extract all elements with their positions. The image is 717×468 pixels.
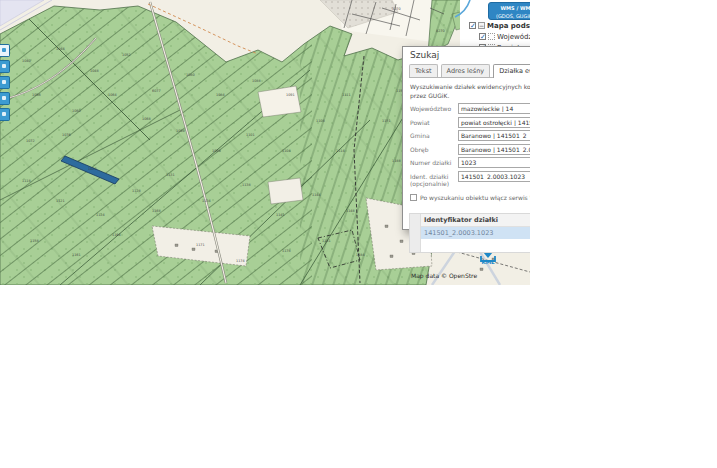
gmina-input[interactable] [458, 130, 530, 141]
layer-tree-item-base-maps[interactable]: ✓ − Mapa podstawowe [469, 21, 530, 30]
svg-text:1088: 1088 [252, 79, 261, 83]
layer-label: Mapa podstawowe [487, 22, 530, 30]
field-label-numer-dzialki: Numer działki [410, 157, 458, 167]
field-label-ident-dzialki: Ident. działki (opcjonalnie) [410, 171, 458, 189]
toolbar-button[interactable] [0, 60, 10, 73]
wms-button-line2: (GDOŚ, GUGiK, KZ [489, 12, 530, 20]
svg-text:1184: 1184 [356, 253, 365, 257]
svg-text:1138: 1138 [242, 183, 251, 187]
svg-text:1091: 1091 [286, 93, 295, 97]
svg-text:1118: 1118 [22, 179, 31, 183]
svg-text:1188: 1188 [392, 159, 401, 163]
svg-text:1171: 1171 [196, 243, 205, 247]
wms-wmts-button[interactable]: WMS / WMTS (GDOŚ, GUGiK, KZ [488, 2, 530, 20]
layer-tree-item-voivodeships[interactable]: ✓ Województwa [479, 32, 530, 41]
obreb-input[interactable] [458, 144, 530, 155]
results-gutter [410, 214, 421, 252]
svg-text:1098: 1098 [212, 149, 221, 153]
svg-text:1094: 1094 [176, 129, 185, 133]
toolbar-button[interactable] [0, 108, 10, 121]
tab-adres-lesny[interactable]: Adres leśny [441, 64, 491, 77]
ident-dzialki-input[interactable] [458, 171, 530, 182]
map-attribution: Map data © OpenStre [411, 272, 477, 279]
svg-text:1174: 1174 [236, 259, 245, 263]
svg-text:1060: 1060 [72, 109, 81, 113]
svg-text:1068: 1068 [142, 117, 151, 121]
svg-text:1072: 1072 [26, 139, 35, 143]
checkbox-checked-icon[interactable]: ✓ [469, 22, 476, 29]
svg-text:6077: 6077 [152, 89, 161, 93]
wms-button-line1: WMS / WMTS [489, 4, 530, 12]
description-line2: przez GUGiK. [410, 92, 449, 99]
search-panel: Szukaj Tekst Adres leśny Działka ewid. W… [402, 46, 530, 230]
svg-text:1134: 1134 [202, 199, 211, 203]
wojewodztwo-input[interactable] [458, 103, 530, 114]
svg-text:1144: 1144 [312, 193, 321, 197]
svg-text:1044: 1044 [56, 47, 65, 51]
result-row-empty [410, 239, 530, 252]
svg-text:3270: 3270 [392, 7, 401, 11]
tab-tekst[interactable]: Tekst [409, 64, 438, 77]
results-table: Identyfikator działki 141501_2.0003.1023 [409, 213, 530, 253]
svg-text:1164: 1164 [112, 233, 121, 237]
geoportal-app: 1040104410481052105610601064106810721076… [0, 0, 717, 468]
map-viewport: 1040104410481052105610601064106810721076… [0, 0, 530, 285]
svg-text:1181: 1181 [322, 239, 331, 243]
svg-text:1158: 1158 [30, 239, 39, 243]
svg-text:1111: 1111 [342, 93, 351, 97]
toolbar-button[interactable] [0, 44, 10, 57]
panel-description: Wyszukiwanie działek ewidencyjnych korzy… [410, 82, 530, 100]
svg-text:1056: 1056 [32, 93, 41, 97]
svg-text:1131: 1131 [166, 173, 175, 177]
result-row[interactable]: 141501_2.0003.1023 [410, 227, 530, 239]
svg-text:1101: 1101 [246, 133, 255, 137]
field-label-wojewodztwo: Województwo [410, 103, 458, 113]
tab-dzialka-ewid[interactable]: Działka ewid. [493, 64, 530, 78]
svg-text:1084: 1084 [216, 93, 225, 97]
wms-checkbox-row: Po wyszukaniu obiektu włącz serwis WMS [410, 194, 530, 201]
svg-text:1141: 1141 [276, 213, 285, 217]
svg-text:1121: 1121 [56, 199, 65, 203]
powiat-input[interactable] [458, 117, 530, 128]
map-toolbar [0, 44, 10, 124]
search-tabs: Tekst Adres leśny Działka ewid. Współrzę… [409, 63, 530, 78]
field-label-gmina: Gmina [410, 130, 458, 140]
svg-text:1124: 1124 [96, 213, 105, 217]
svg-text:8270: 8270 [436, 29, 445, 33]
svg-text:1104: 1104 [282, 149, 291, 153]
numer-dzialki-input[interactable] [458, 157, 530, 168]
wms-checkbox[interactable] [410, 194, 417, 201]
svg-text:1128: 1128 [132, 189, 141, 193]
field-label-obreb: Obręb [410, 144, 458, 154]
svg-text:1114: 1114 [336, 149, 345, 153]
description-line1: Wyszukiwanie działek ewidencyjnych korzy… [410, 83, 530, 90]
svg-text:1108: 1108 [316, 119, 325, 123]
svg-text:1064: 1064 [108, 93, 117, 97]
svg-text:1161: 1161 [72, 253, 81, 257]
svg-text:1168: 1168 [152, 209, 161, 213]
svg-text:1151: 1151 [382, 119, 391, 123]
toolbar-button[interactable] [0, 76, 10, 89]
svg-text:1023: 1023 [88, 167, 97, 171]
svg-text:1148: 1148 [346, 209, 355, 213]
toolbar-button[interactable] [0, 92, 10, 105]
kml-label: KML [477, 259, 499, 265]
svg-text:1076: 1076 [62, 133, 71, 137]
svg-text:1040: 1040 [22, 59, 31, 63]
field-label-powiat: Powiat [410, 117, 458, 127]
checkbox-checked-icon[interactable]: ✓ [479, 33, 486, 40]
layer-icon [488, 33, 495, 40]
parcel-search-form: Województwo Powiat Gmina Obręb Numer dzi… [410, 103, 530, 188]
svg-text:1052: 1052 [122, 53, 131, 57]
wms-checkbox-label: Po wyszukaniu obiektu włącz serwis WMS [420, 194, 530, 201]
results-header: Identyfikator działki [410, 214, 530, 227]
svg-text:1080: 1080 [186, 73, 195, 77]
panel-title: Szukaj [403, 47, 530, 62]
svg-text:1178: 1178 [282, 249, 291, 253]
collapse-icon[interactable]: − [478, 22, 485, 29]
layer-label: Województwa [497, 33, 530, 41]
svg-text:1048: 1048 [90, 69, 99, 73]
